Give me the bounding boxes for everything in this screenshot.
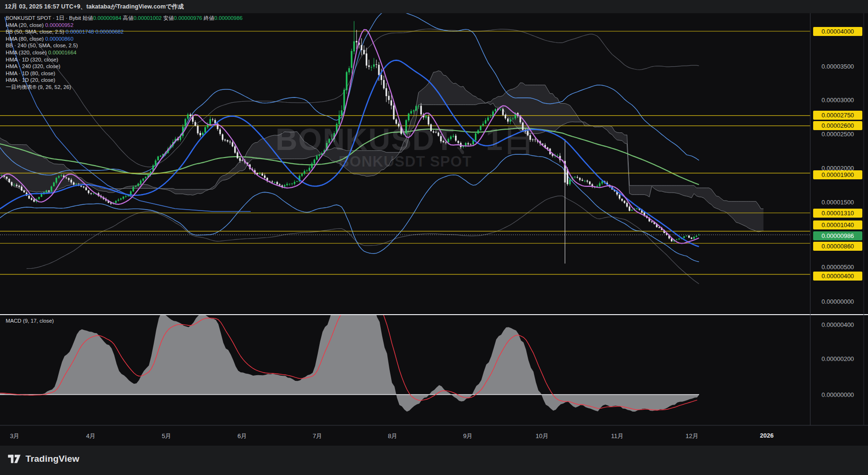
price-level-label: 0.00002750 bbox=[813, 111, 862, 120]
chart-surface[interactable]: BONKUSDT、1日 BONKUSDT SPOT BONKUSDT SPOT … bbox=[0, 13, 868, 446]
macd-legend[interactable]: MACD (9, 17, close) bbox=[6, 318, 54, 324]
price-level-label: 0.00001900 bbox=[813, 170, 862, 179]
time-axis-label: 10月 bbox=[535, 432, 548, 440]
price-axis-label: 0.00000000 bbox=[813, 297, 862, 306]
legend-text: 0.00000860 bbox=[45, 36, 74, 42]
price-level-label: 0.00004000 bbox=[813, 27, 862, 36]
legend-row[interactable]: BB (50, SMA, close, 2.5) 0.00001748 0.00… bbox=[6, 28, 243, 35]
legend-row[interactable]: HMA (20, close) 0.00000952 bbox=[6, 22, 243, 29]
time-axis-label: 3月 bbox=[10, 432, 19, 440]
current-price-label: 0.00000986 bbox=[813, 231, 862, 240]
price-axis-label: 0.00002500 bbox=[813, 130, 862, 139]
legend-text: 0.00000976 bbox=[174, 15, 204, 21]
legend-text: 終値 bbox=[203, 15, 214, 21]
tradingview-logo[interactable]: TradingView bbox=[8, 453, 79, 465]
legend-text: 0.00000682 bbox=[94, 29, 124, 35]
price-level-label: 0.00002600 bbox=[813, 121, 862, 130]
legend-text: HMA (320, close) bbox=[6, 50, 48, 55]
legend-text: BB · 240 (50, SMA, close, 2.5) bbox=[6, 43, 78, 48]
time-axis-label: 5月 bbox=[162, 432, 171, 440]
legend-text: 0.00001002 bbox=[133, 15, 163, 21]
time-axis[interactable]: 3月4月5月6月7月8月9月10月11月12月2026 bbox=[0, 425, 868, 446]
time-axis-label: 6月 bbox=[237, 432, 247, 440]
legend-row[interactable]: HMA · 1D (20, close) bbox=[6, 77, 243, 84]
legend-text: 安値 bbox=[163, 15, 174, 21]
legend-text: 始値 bbox=[82, 15, 93, 21]
legend-row[interactable]: HMA · 240 (320, close) bbox=[6, 63, 243, 70]
legend-row[interactable]: HMA · 1D (320, close) bbox=[6, 56, 243, 63]
price-axis-label: 0.00003500 bbox=[813, 62, 862, 71]
legend-text: 0.00000952 bbox=[45, 22, 74, 28]
footer-bar: TradingView bbox=[0, 446, 868, 475]
time-axis-label: 4月 bbox=[86, 432, 96, 440]
ichimoku-cloud bbox=[0, 71, 763, 232]
legend-row[interactable]: HMA (80, close) 0.00000860 bbox=[6, 35, 243, 43]
macd-pane bbox=[0, 281, 699, 412]
time-axis-label: 7月 bbox=[313, 432, 322, 440]
legend-text: BONKUSDT SPOT · 1日 · Bybit bbox=[6, 15, 82, 21]
price-axis-label: 0.00000000 bbox=[813, 390, 862, 399]
price-level-label: 0.00000860 bbox=[813, 242, 862, 251]
legend-text: 0.00000986 bbox=[214, 15, 243, 21]
legend-text: HMA (20, close) bbox=[6, 22, 45, 28]
price-axis-label: 0.00000200 bbox=[813, 354, 862, 363]
legend-text: HMA · 1D (80, close) bbox=[6, 70, 55, 76]
legend-text: 0.00001748 bbox=[66, 29, 94, 35]
time-axis-label: 12月 bbox=[685, 432, 698, 440]
time-axis-label: 9月 bbox=[463, 432, 473, 440]
legend-text: HMA · 1D (320, close) bbox=[6, 57, 58, 62]
legend-text: HMA (80, close) bbox=[6, 36, 45, 42]
legend-row[interactable]: HMA (320, close) 0.00001664 bbox=[6, 49, 243, 56]
legend-text: 0.00000984 bbox=[93, 15, 123, 21]
time-axis-label: 2026 bbox=[760, 432, 774, 439]
price-level-label: 0.00001310 bbox=[813, 209, 862, 218]
macd-histogram bbox=[0, 281, 699, 412]
legend-row[interactable]: 一目均衡表® (9, 26, 52, 26) bbox=[6, 84, 243, 91]
indicator-legend: BONKUSDT SPOT · 1日 · Bybit 始値0.00000984 … bbox=[6, 15, 243, 91]
legend-text: HMA · 1D (20, close) bbox=[6, 77, 55, 83]
price-axis-label: 0.00001500 bbox=[813, 198, 862, 207]
tradingview-chart-window: 12月 03, 2025 16:57 UTC+9、takatabaがTradin… bbox=[0, 0, 868, 475]
header-bar: 12月 03, 2025 16:57 UTC+9、takatabaがTradin… bbox=[0, 0, 868, 13]
price-level-label: 0.00000400 bbox=[813, 272, 862, 281]
legend-text: BB (50, SMA, close, 2.5) bbox=[6, 29, 66, 35]
price-axis-label: 0.00000500 bbox=[813, 263, 862, 272]
legend-text: 一目均衡表® (9, 26, 52, 26) bbox=[6, 84, 71, 90]
creation-timestamp: 12月 03, 2025 16:57 UTC+9、takatabaがTradin… bbox=[5, 3, 184, 11]
legend-text: HMA · 240 (320, close) bbox=[6, 63, 61, 69]
legend-text: 高値 bbox=[123, 15, 134, 21]
tradingview-icon bbox=[8, 453, 22, 465]
price-axis-label: 0.00003000 bbox=[813, 96, 862, 105]
tradingview-brand-text: TradingView bbox=[26, 454, 79, 464]
price-axis[interactable]: 0.000035000.000030000.000025000.00002000… bbox=[810, 13, 868, 425]
time-axis-label: 8月 bbox=[388, 432, 397, 440]
price-level-label: 0.00001040 bbox=[813, 220, 862, 229]
legend-text: 0.00001664 bbox=[48, 50, 77, 55]
legend-row[interactable]: BONKUSDT SPOT · 1日 · Bybit 始値0.00000984 … bbox=[6, 15, 243, 22]
legend-row[interactable]: BB · 240 (50, SMA, close, 2.5) bbox=[6, 42, 243, 49]
legend-row[interactable]: HMA · 1D (80, close) bbox=[6, 70, 243, 77]
price-axis-label: 0.00000400 bbox=[813, 320, 862, 329]
time-axis-label: 11月 bbox=[611, 432, 624, 440]
